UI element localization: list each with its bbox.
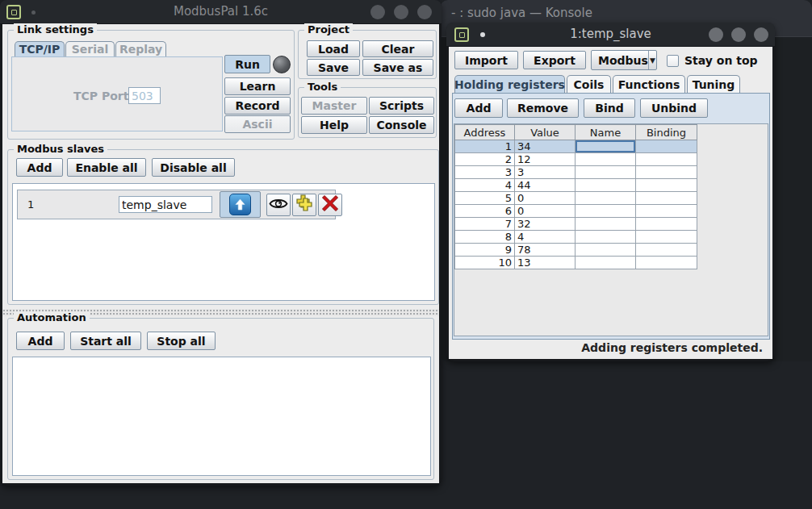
console-button[interactable]: Console: [369, 116, 434, 134]
automation-title: Automation: [14, 311, 90, 324]
close-button[interactable]: [754, 27, 768, 42]
tab-tcpip[interactable]: TCP/IP: [15, 41, 65, 56]
add-automation-button[interactable]: Add: [16, 332, 65, 350]
modbuspal-titlebar[interactable]: ModbusPal 1.6c: [0, 0, 442, 24]
clear-button[interactable]: Clear: [362, 40, 433, 57]
double-plus-icon: [295, 194, 314, 216]
maximize-button[interactable]: [394, 5, 408, 19]
slave-titlebar[interactable]: 1:temp_slave: [446, 23, 775, 47]
bind-button[interactable]: Bind: [584, 98, 635, 118]
close-button[interactable]: [417, 5, 432, 19]
start-all-button[interactable]: Start all: [70, 332, 141, 350]
minimize-button[interactable]: [370, 5, 385, 19]
project-title: Project: [304, 23, 353, 36]
registers-tab-content: Add Remove Bind Unbind Address Value Nam…: [452, 93, 770, 340]
tab-serial[interactable]: Serial: [65, 41, 115, 56]
link-settings-title: Link settings: [14, 23, 97, 36]
table-row[interactable]: 6 0: [455, 205, 697, 218]
tools-panel: Tools Master Scripts Help Console: [298, 87, 437, 138]
slave-name-field[interactable]: [119, 196, 212, 213]
save-as-button[interactable]: Save as: [362, 59, 433, 76]
ascii-button: Ascii: [224, 115, 291, 133]
col-name[interactable]: Name: [576, 125, 636, 140]
slave-row[interactable]: 1: [17, 190, 336, 219]
x-icon: [321, 194, 339, 215]
slave-list: 1: [12, 183, 435, 301]
disable-all-button[interactable]: Disable all: [152, 158, 235, 177]
export-button[interactable]: Export: [523, 51, 586, 69]
table-row[interactable]: 10 13: [455, 257, 697, 269]
link-settings-panel: Link settings TCP/IP Serial Replay TCP P…: [7, 30, 295, 140]
tab-replay[interactable]: Replay: [115, 41, 166, 56]
registers-table: Address Value Name Binding 1 34 2 12: [454, 124, 697, 269]
up-arrow-icon: [229, 194, 251, 215]
enable-slave-button[interactable]: [220, 191, 261, 218]
minimize-button[interactable]: [709, 27, 723, 42]
table-header-row: Address Value Name Binding: [455, 125, 697, 140]
help-button[interactable]: Help: [301, 116, 367, 134]
learn-button[interactable]: Learn: [224, 77, 291, 95]
registers-scrollpane: Address Value Name Binding 1 34 2 12: [454, 123, 768, 336]
add-register-button[interactable]: Add: [454, 98, 503, 118]
tcpip-tab-content: TCP Port:: [11, 56, 223, 131]
status-message: Adding registers completed.: [454, 341, 763, 354]
scripts-button[interactable]: Scripts: [369, 97, 434, 115]
modbus-slaves-title: Modbus slaves: [14, 143, 107, 156]
window-title: 1:temp_slave: [446, 27, 775, 41]
slave-window: 1:temp_slave Import Export Modbus ▼ Stay…: [446, 23, 775, 361]
combo-arrow-icon: ▼: [648, 51, 656, 69]
table-row[interactable]: 1 34: [455, 140, 697, 153]
col-address[interactable]: Address: [455, 125, 515, 140]
save-button[interactable]: Save: [307, 59, 360, 76]
duplicate-slave-button[interactable]: [292, 194, 316, 216]
tab-coils[interactable]: Coils: [567, 75, 611, 93]
load-button[interactable]: Load: [307, 40, 360, 57]
project-panel: Project Load Clear Save Save as: [298, 30, 437, 79]
run-button[interactable]: Run: [224, 55, 270, 73]
tab-holding-registers[interactable]: Holding registers: [454, 75, 565, 93]
tab-functions[interactable]: Functions: [613, 75, 685, 93]
table-row[interactable]: 3 3: [455, 166, 697, 179]
stop-all-button[interactable]: Stop all: [147, 332, 216, 350]
remove-register-button[interactable]: Remove: [507, 98, 579, 118]
unbind-button[interactable]: Unbind: [640, 98, 708, 118]
col-value[interactable]: Value: [515, 125, 576, 140]
tcp-port-label: TCP Port:: [73, 90, 133, 102]
record-button[interactable]: Record: [224, 97, 291, 115]
table-row[interactable]: 2 12: [455, 153, 697, 166]
add-slave-button[interactable]: Add: [16, 158, 63, 177]
enable-all-button[interactable]: Enable all: [67, 158, 146, 177]
konsole-title: - : sudo java — Konsole: [440, 0, 812, 20]
tcp-port-input[interactable]: [128, 87, 161, 104]
tab-tuning[interactable]: Tuning: [687, 75, 740, 93]
combo-value: Modbus: [592, 51, 648, 69]
stay-on-top-label: Stay on top: [684, 54, 758, 67]
automation-list: [12, 357, 431, 476]
view-slave-button[interactable]: [266, 194, 291, 216]
table-row[interactable]: 5 0: [455, 192, 697, 205]
col-binding[interactable]: Binding: [636, 125, 697, 140]
master-button: Master: [301, 97, 367, 115]
stay-on-top-checkbox[interactable]: [667, 55, 679, 67]
automation-panel: Automation Add Start all Stop all: [7, 318, 434, 480]
modbuspal-window: ModbusPal 1.6c Link settings TCP/IP Seri…: [0, 0, 442, 486]
slave-id: 1: [27, 198, 34, 211]
focused-cell[interactable]: [576, 140, 636, 153]
table-row[interactable]: 7 32: [455, 218, 697, 231]
mode-combo[interactable]: Modbus ▼: [591, 50, 657, 70]
tools-title: Tools: [304, 81, 341, 94]
import-button[interactable]: Import: [454, 51, 518, 69]
eye-icon: [269, 198, 288, 213]
modbus-slaves-panel: Modbus slaves Add Enable all Disable all…: [7, 149, 439, 305]
table-row[interactable]: 9 78: [455, 244, 697, 257]
maximize-button[interactable]: [731, 27, 746, 42]
table-row[interactable]: 8 4: [455, 231, 697, 244]
delete-slave-button[interactable]: [318, 194, 342, 216]
table-row[interactable]: 4 44: [455, 179, 697, 192]
link-led-icon: [273, 56, 291, 73]
